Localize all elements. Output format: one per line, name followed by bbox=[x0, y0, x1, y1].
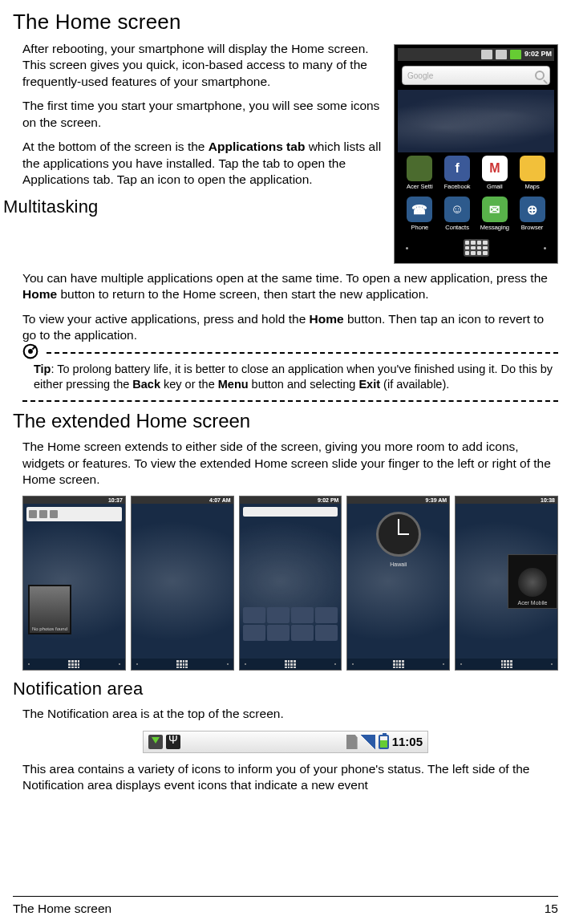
footer-pagenum: 15 bbox=[545, 902, 558, 916]
home-p2: The first time you start your smartphone… bbox=[13, 98, 383, 131]
home-p3: At the bottom of the screen is the Appli… bbox=[13, 139, 383, 188]
search-icon bbox=[535, 71, 545, 80]
home-p1: After rebooting, your smartphone will di… bbox=[13, 41, 383, 90]
app-messaging[interactable]: ✉Messaging bbox=[478, 197, 512, 231]
photo-widget: No photos found bbox=[28, 585, 71, 634]
tip-text: Tip: To prolong battery life, it is bett… bbox=[22, 357, 558, 397]
notif-time: 11:05 bbox=[392, 735, 423, 748]
dock-dot-left bbox=[406, 247, 408, 249]
tip-block: Tip: To prolong battery life, it is bett… bbox=[13, 352, 558, 402]
app-acer-settings[interactable]: Acer Setti bbox=[403, 156, 437, 190]
extended-p1: The Home screen extends to either side o… bbox=[13, 439, 558, 488]
phone-dock bbox=[398, 234, 554, 260]
notif-p1: The Notification area is at the top of t… bbox=[13, 706, 558, 722]
notification-title: Notification area bbox=[13, 679, 558, 699]
app-gmail[interactable]: MGmail bbox=[478, 156, 512, 190]
signal-icon bbox=[361, 735, 375, 749]
multi-p1: You can have multiple applications open … bbox=[13, 270, 558, 303]
thumb-1: 10:37 No photos found bbox=[22, 496, 126, 671]
status-time: 9:02 PM bbox=[524, 50, 552, 59]
applications-tab[interactable] bbox=[464, 239, 489, 257]
multitasking-title: Multitasking bbox=[3, 197, 383, 217]
signal-3g-icon bbox=[481, 50, 492, 59]
app-facebook[interactable]: fFacebook bbox=[440, 156, 475, 190]
thumb-4: 9:39 AM Hawaii bbox=[346, 496, 450, 671]
extended-title: The extended Home screen bbox=[13, 410, 558, 432]
app-phone[interactable]: ☎Phone bbox=[403, 197, 437, 231]
battery-icon bbox=[510, 50, 521, 59]
app-row-1: Acer Setti fFacebook MGmail Maps bbox=[398, 152, 554, 193]
app-browser[interactable]: ⊕Browser bbox=[515, 197, 549, 231]
app-maps[interactable]: Maps bbox=[515, 156, 549, 190]
notification-bar-illustration: 11:05 bbox=[143, 731, 428, 753]
download-icon bbox=[148, 735, 163, 749]
search-widget[interactable]: Google bbox=[402, 66, 550, 85]
acer-widget: Acer Mobile bbox=[508, 554, 557, 609]
tip-icon bbox=[22, 343, 38, 359]
music-widget-icon bbox=[26, 507, 122, 521]
sim-icon bbox=[346, 735, 358, 749]
dock-dot-right bbox=[544, 247, 546, 249]
wallpaper bbox=[398, 90, 554, 152]
extended-thumbnails: 10:37 No photos found 4:07 AM 9:02 PM 9:… bbox=[22, 496, 558, 671]
mini-apps-icon bbox=[243, 607, 338, 641]
thumb-3: 9:02 PM bbox=[239, 496, 342, 671]
notif-p2: This area contains a variety of icons to… bbox=[13, 761, 558, 794]
signal-bars-icon bbox=[496, 50, 507, 59]
footer-title: The Home screen bbox=[13, 902, 111, 916]
app-row-2: ☎Phone ☺Contacts ✉Messaging ⊕Browser bbox=[398, 193, 554, 234]
mini-search-icon bbox=[243, 507, 338, 517]
phone-status-bar: 9:02 PM bbox=[398, 48, 554, 61]
svg-point-1 bbox=[28, 349, 33, 354]
thumb-5: 10:38 Acer Mobile bbox=[455, 496, 558, 671]
thumb-2: 4:07 AM bbox=[131, 496, 234, 671]
app-contacts[interactable]: ☺Contacts bbox=[440, 197, 475, 231]
page-title: The Home screen bbox=[13, 10, 558, 34]
search-label: Google bbox=[407, 71, 433, 80]
multi-p2: To view your active applications, press … bbox=[13, 311, 558, 344]
analog-clock-icon bbox=[376, 512, 421, 557]
usb-icon bbox=[166, 735, 180, 749]
battery-icon bbox=[379, 735, 389, 749]
phone-screenshot-main: 9:02 PM Google Acer Setti fFacebook MGma… bbox=[394, 44, 558, 264]
